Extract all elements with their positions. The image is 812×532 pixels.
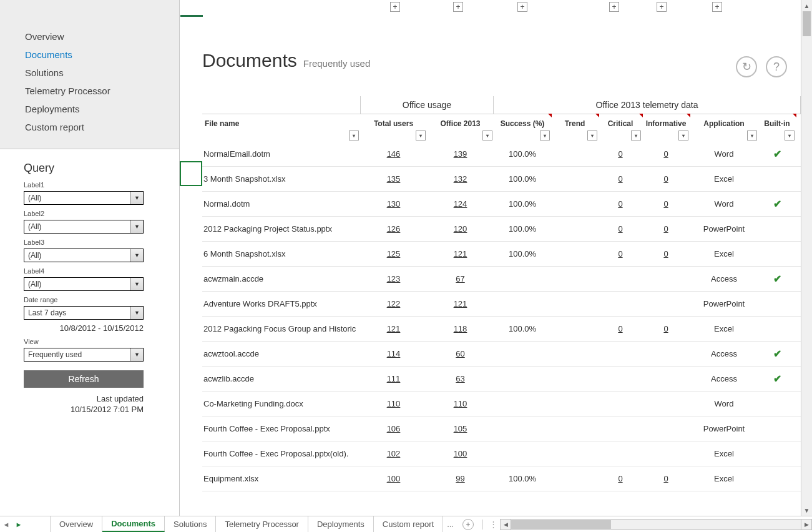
sheet-tab-solutions[interactable]: Solutions <box>165 516 216 532</box>
filter-button[interactable]: ▾ <box>416 131 426 140</box>
office2013-link[interactable]: 121 <box>454 299 467 308</box>
office2013-link[interactable]: 100 <box>454 449 467 458</box>
total-users-link[interactable]: 146 <box>387 149 401 159</box>
total-users-link[interactable]: 126 <box>387 224 401 234</box>
table-row[interactable]: Equipment.xlsx10099100.0%00Excel <box>202 466 801 491</box>
success-value: 100.0% <box>494 174 551 184</box>
view-select[interactable]: Frequently used ▼ <box>24 348 144 362</box>
total-users-link[interactable]: 111 <box>387 374 401 383</box>
filter-button[interactable]: ▾ <box>747 131 757 140</box>
sheet-tab-overview[interactable]: Overview <box>50 516 102 532</box>
help-icon[interactable]: ? <box>766 56 787 77</box>
filter-button[interactable]: ▾ <box>587 131 597 140</box>
table-row[interactable]: NormalEmail.dotm146139100.0%00Word✔ <box>202 142 801 167</box>
filter-button[interactable]: ▾ <box>678 131 688 140</box>
filter-button[interactable]: ▾ <box>540 131 550 140</box>
vertical-scrollbar[interactable]: ▲ ▼ <box>801 0 812 516</box>
total-users-link[interactable]: 114 <box>387 349 401 358</box>
expand-group-button[interactable]: + <box>453 2 463 12</box>
dropdown-arrow-icon[interactable]: ▼ <box>130 220 143 233</box>
horizontal-scrollbar[interactable]: ◀ ▶ <box>500 519 812 530</box>
sheet-tab-custom-report[interactable]: Custom report <box>374 516 443 532</box>
sheet-tab-deployments[interactable]: Deployments <box>308 516 374 532</box>
table-row[interactable]: acwztool.accde11460Access✔ <box>202 342 801 367</box>
total-users-link[interactable]: 125 <box>387 249 401 259</box>
col-builtin: Built-in <box>764 119 790 128</box>
hscroll-right[interactable]: ▶ <box>801 519 812 530</box>
total-users-link[interactable]: 106 <box>387 424 401 433</box>
sheet-tab-telemetry-processor[interactable]: Telemetry Processor <box>216 516 308 532</box>
dropdown-arrow-icon[interactable]: ▼ <box>130 307 143 319</box>
filter-button[interactable]: ▾ <box>785 131 795 140</box>
sidebar-item-solutions[interactable]: Solutions <box>0 64 179 82</box>
total-users-link[interactable]: 123 <box>387 274 401 283</box>
total-users-link[interactable]: 121 <box>387 324 401 333</box>
date-range-select[interactable]: Last 7 days ▼ <box>24 306 144 320</box>
group-office-usage: Office usage <box>360 96 494 114</box>
dropdown-arrow-icon[interactable]: ▼ <box>130 249 143 262</box>
table-row[interactable]: Fourth Coffee - Exec Proposal.pptx106105… <box>202 416 801 441</box>
office2013-link[interactable]: 118 <box>454 324 467 333</box>
office2013-link[interactable]: 60 <box>456 349 464 358</box>
sidebar-item-deployments[interactable]: Deployments <box>0 100 179 118</box>
table-row[interactable]: 2012 Packaging Project Status.pptx126120… <box>202 217 801 242</box>
office2013-link[interactable]: 139 <box>454 149 467 159</box>
refresh-icon[interactable]: ↻ <box>736 56 757 77</box>
query-select-4[interactable]: (All)▼ <box>24 277 144 291</box>
tab-nav-next[interactable]: ► <box>12 521 25 528</box>
file-name: NormalEmail.dotm <box>202 149 360 159</box>
table-row[interactable]: Fourth Coffee - Exec Proposal.pptx(old).… <box>202 441 801 466</box>
dropdown-arrow-icon[interactable]: ▼ <box>130 192 143 204</box>
application-value: Access <box>690 274 758 283</box>
tab-nav-first[interactable]: ◄ <box>0 521 12 528</box>
filter-button[interactable]: ▾ <box>631 131 641 140</box>
add-sheet-button[interactable]: + <box>462 519 474 530</box>
filter-button[interactable]: ▾ <box>349 131 359 140</box>
total-users-link[interactable]: 110 <box>387 399 401 408</box>
table-row[interactable]: acwzlib.accde11163Access✔ <box>202 367 801 392</box>
dropdown-arrow-icon[interactable]: ▼ <box>130 278 143 290</box>
table-row[interactable]: 2012 Pagacking Focus Group and Historic1… <box>202 317 801 342</box>
office2013-link[interactable]: 105 <box>454 424 467 433</box>
office2013-link[interactable]: 124 <box>454 199 467 209</box>
total-users-link[interactable]: 122 <box>387 299 401 308</box>
tab-overflow[interactable]: ... <box>443 520 457 529</box>
expand-group-button[interactable]: + <box>517 2 527 12</box>
total-users-link[interactable]: 102 <box>387 449 401 458</box>
refresh-button[interactable]: Refresh <box>24 370 144 388</box>
vscroll-down[interactable]: ▼ <box>801 505 812 516</box>
office2013-link[interactable]: 120 <box>454 224 467 234</box>
dropdown-arrow-icon[interactable]: ▼ <box>130 348 143 361</box>
sidebar-item-documents[interactable]: Documents <box>0 46 179 64</box>
expand-group-button[interactable]: + <box>390 2 400 12</box>
total-users-link[interactable]: 100 <box>387 474 401 483</box>
query-select-1[interactable]: (All)▼ <box>24 191 144 205</box>
sidebar-item-overview[interactable]: Overview <box>0 27 179 46</box>
table-row[interactable]: acwzmain.accde12367Access✔ <box>202 267 801 292</box>
office2013-link[interactable]: 99 <box>456 474 464 483</box>
office2013-link[interactable]: 121 <box>454 249 467 259</box>
office2013-link[interactable]: 110 <box>454 399 467 408</box>
total-users-link[interactable]: 130 <box>387 199 401 209</box>
table-row[interactable]: Adventure Works DRAFT5.pptx122121PowerPo… <box>202 292 801 317</box>
table-row[interactable]: 3 Month Snapshot.xlsx135132100.0%00Excel <box>202 167 801 192</box>
table-row[interactable]: Normal.dotm130124100.0%00Word✔ <box>202 192 801 217</box>
sidebar-item-custom-report[interactable]: Custom report <box>0 118 179 136</box>
table-row[interactable]: 6 Month Snapshot.xlsx125121100.0%00Excel <box>202 242 801 267</box>
vscroll-up[interactable]: ▲ <box>801 0 812 11</box>
query-select-2[interactable]: (All)▼ <box>24 220 144 234</box>
col-file: File name <box>205 119 239 128</box>
hscroll-left[interactable]: ◀ <box>500 519 511 530</box>
sidebar-item-telemetry-processor[interactable]: Telemetry Processor <box>0 82 179 100</box>
sheet-tab-documents[interactable]: Documents <box>102 516 165 532</box>
expand-group-button[interactable]: + <box>657 2 667 12</box>
office2013-link[interactable]: 132 <box>454 174 467 184</box>
expand-group-button[interactable]: + <box>609 2 619 12</box>
office2013-link[interactable]: 63 <box>456 374 464 383</box>
query-select-3[interactable]: (All)▼ <box>24 249 144 262</box>
filter-button[interactable]: ▾ <box>482 131 492 140</box>
expand-group-button[interactable]: + <box>712 2 722 12</box>
total-users-link[interactable]: 135 <box>387 174 401 184</box>
office2013-link[interactable]: 67 <box>456 274 464 283</box>
table-row[interactable]: Co-Marketing Funding.docx110110Word <box>202 392 801 416</box>
